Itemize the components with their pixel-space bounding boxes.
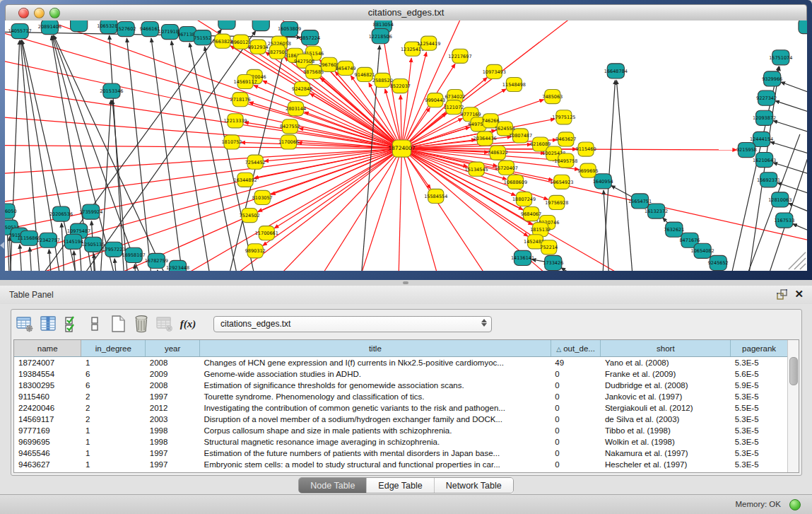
table-cell[interactable]: Estimation of the future numbers of pati… (200, 448, 551, 459)
table-cell[interactable]: Dudbridge et al. (2008) (601, 380, 731, 391)
table-cell[interactable]: Stergiakouli et al. (2012) (601, 402, 731, 414)
graph-edge[interactable] (114, 259, 119, 271)
table-cell[interactable]: 1997 (146, 448, 200, 459)
table-selector-dropdown[interactable]: citations_edges.txt (213, 316, 492, 332)
new-table-icon[interactable] (109, 315, 127, 333)
graph-edge[interactable] (254, 148, 401, 271)
function-builder-icon[interactable]: f(x) (179, 315, 197, 333)
table-cell[interactable]: 0 (551, 368, 601, 380)
network-canvas[interactable]: 1405571720891406106532871527602946616110… (5, 21, 807, 271)
table-cell[interactable]: 2008 (146, 380, 200, 391)
table-cell[interactable]: 14569117 (14, 414, 81, 425)
graph-edge[interactable] (158, 270, 162, 271)
column-header-pagerank[interactable]: pagerank (731, 340, 788, 357)
table-cell[interactable]: 5.9E-5 (731, 380, 788, 391)
column-header-in_degree[interactable]: in_degree (81, 340, 146, 357)
table-row[interactable]: 969969511998Structural magnetic resonanc… (14, 436, 788, 448)
tab-node-table[interactable]: Node Table (299, 478, 366, 493)
graph-edge[interactable] (401, 52, 426, 148)
tab-network-table[interactable]: Network Table (434, 478, 513, 493)
graph-edge[interactable] (781, 82, 807, 100)
table-cell[interactable]: Changes of HCN gene expression and I(f) … (200, 357, 551, 369)
table-cell[interactable]: 19384554 (14, 368, 81, 380)
table-cell[interactable]: 9699695 (14, 436, 81, 448)
table-cell[interactable]: 5.5E-5 (731, 402, 788, 414)
graph-edge[interactable] (274, 148, 401, 228)
table-cell[interactable]: 0 (551, 459, 601, 470)
table-row[interactable]: 911546021997Tourette syndrome. Phenomeno… (14, 391, 788, 402)
table-cell[interactable]: 1997 (146, 391, 200, 402)
resize-grip-icon[interactable] (800, 264, 806, 269)
table-cell[interactable]: Tourette syndrome. Phenomenology and cla… (200, 391, 551, 402)
graph-edge[interactable] (264, 148, 401, 161)
graph-node[interactable] (799, 21, 807, 34)
table-settings-icon[interactable] (16, 315, 34, 333)
divider-handle-icon[interactable] (403, 281, 408, 284)
graph-edge[interactable] (561, 268, 589, 271)
table-cell[interactable]: 0 (551, 380, 601, 391)
graph-edge[interactable] (245, 122, 402, 148)
graph-node[interactable] (252, 21, 269, 31)
table-row[interactable]: 1938455462009Genome-wide association stu… (14, 368, 788, 380)
show-column-icon[interactable] (39, 315, 57, 333)
table-cell[interactable]: 2 (81, 391, 146, 402)
table-cell[interactable]: Wolkin et al. (1998) (601, 436, 731, 448)
table-cell[interactable]: 2003 (146, 414, 200, 425)
table-cell[interactable]: Estimation of significance thresholds fo… (200, 380, 551, 391)
graph-node[interactable] (71, 21, 88, 32)
table-cell[interactable]: 1998 (146, 436, 200, 448)
table-scrollbar-thumb[interactable] (789, 357, 798, 385)
graph-node[interactable] (218, 21, 235, 30)
table-row[interactable]: 2242004622012Investigating the contribut… (14, 402, 788, 414)
table-cell[interactable]: 0 (551, 436, 601, 448)
graph-edge[interactable] (172, 41, 215, 271)
table-cell[interactable]: 5.6E-5 (731, 368, 788, 380)
collapse-west-panel-icon[interactable] (0, 242, 4, 249)
table-row[interactable]: 1456911722003Disruption of a novel membe… (14, 414, 788, 425)
graph-edge[interactable] (396, 148, 401, 271)
graph-edge[interactable] (249, 102, 402, 148)
table-cell[interactable]: 9115460 (14, 391, 81, 402)
table-cell[interactable]: 1 (81, 448, 146, 459)
tab-edge-table[interactable]: Edge Table (366, 478, 433, 493)
table-cell[interactable]: 2009 (146, 368, 200, 380)
table-cell[interactable]: Franke et al. (2009) (601, 368, 731, 380)
column-header-short[interactable]: short (601, 340, 731, 357)
table-cell[interactable]: 1 (81, 357, 146, 369)
table-row[interactable]: 1830029562008Estimation of significance … (14, 380, 788, 391)
graph-edge[interactable] (5, 148, 401, 177)
table-row[interactable]: 946362711997Embryonic stem cells: a mode… (14, 459, 788, 470)
table-cell[interactable]: 2 (81, 414, 146, 425)
graph-edge[interactable] (30, 247, 33, 271)
table-cell[interactable]: Genome-wide association studies in ADHD. (200, 368, 551, 380)
resize-grip-icon[interactable] (794, 258, 806, 269)
table-cell[interactable]: 5.3E-5 (731, 391, 788, 402)
table-cell[interactable]: 9465546 (14, 448, 81, 459)
table-cell[interactable]: 0 (551, 414, 601, 425)
table-cell[interactable]: 9463627 (14, 459, 81, 470)
table-cell[interactable]: 49 (551, 357, 601, 369)
table-row[interactable]: 946554611997Estimation of the future num… (14, 448, 788, 459)
table-cell[interactable]: 1997 (146, 459, 200, 470)
table-cell[interactable]: 0 (551, 402, 601, 414)
graph-edge[interactable] (773, 121, 807, 139)
column-header-title[interactable]: title (200, 340, 551, 357)
table-cell[interactable]: Nakamura et al. (1997) (601, 448, 731, 459)
graph-edge[interactable] (401, 148, 467, 271)
column-header-name[interactable]: name (14, 340, 81, 357)
table-cell[interactable]: Yano et al. (2008) (601, 357, 731, 369)
close-panel-icon[interactable]: ✕ (794, 288, 804, 300)
graph-edge[interactable] (775, 101, 807, 119)
table-cell[interactable]: Hescheler et al. (1997) (601, 459, 731, 470)
table-cell[interactable]: 0 (551, 425, 601, 436)
table-cell[interactable]: Investigating the contribution of common… (200, 402, 551, 414)
table-cell[interactable]: 5.3E-5 (731, 357, 788, 369)
table-cell[interactable]: 0 (551, 448, 601, 459)
graph-edge[interactable] (189, 43, 243, 271)
table-cell[interactable]: Corpus callosum shape and size in male p… (200, 425, 551, 436)
graph-edge[interactable] (183, 148, 402, 271)
graph-edge[interactable] (20, 245, 23, 271)
column-header-out_de[interactable]: △out_de... (551, 340, 601, 357)
table-cell[interactable]: 5.3E-5 (731, 448, 788, 459)
table-cell[interactable]: 5.3E-5 (731, 414, 788, 425)
